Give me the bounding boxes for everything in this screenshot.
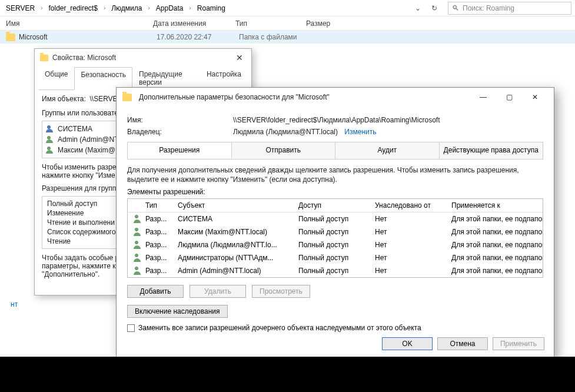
- col-date[interactable]: Дата изменения: [153, 19, 235, 28]
- owner-value: Людмила (Людмила@NTT.local): [233, 128, 338, 136]
- tab-permissions[interactable]: Разрешения: [128, 142, 232, 159]
- permissions-table: Тип Субъект Доступ Унаследовано от Приме…: [127, 198, 543, 278]
- cell-subject: Людмила (Людмила@NTT.lo...: [174, 238, 295, 251]
- cell-type: Разр...: [142, 212, 174, 225]
- folder-icon: [40, 54, 48, 61]
- col-type[interactable]: Тип: [235, 19, 306, 28]
- column-headers: Имя Дата изменения Тип Размер: [0, 16, 575, 31]
- dialog-titlebar[interactable]: Свойства: Microsoft ✕: [35, 49, 251, 67]
- tabs: Разрешения Отправить Аудит Действующие п…: [127, 142, 543, 160]
- user-icon: [46, 136, 54, 143]
- tab-general[interactable]: Общие: [38, 67, 74, 89]
- tab-audit[interactable]: Аудит: [335, 142, 440, 159]
- file-type: Папка с файлами: [239, 33, 310, 41]
- tab-customize[interactable]: Настройка: [200, 67, 248, 89]
- taskbar-area: [0, 357, 575, 392]
- object-name-label: Имя объекта:: [42, 95, 86, 103]
- cell-type: Разр...: [142, 238, 174, 251]
- cell-access: Полный доступ: [295, 238, 371, 251]
- breadcrumb-seg[interactable]: folder_redirect$: [46, 4, 99, 12]
- breadcrumb-seg[interactable]: Roaming: [195, 4, 228, 12]
- cancel-button[interactable]: Отмена: [437, 337, 488, 350]
- table-row[interactable]: Разр...Admin (Admin@NTT.local)Полный дос…: [128, 264, 543, 277]
- nav-link[interactable]: нт: [11, 300, 18, 308]
- dialog-titlebar[interactable]: Дополнительные параметры безопасности дл…: [117, 88, 554, 107]
- tab-share[interactable]: Отправить: [232, 142, 336, 159]
- ok-button[interactable]: OK: [382, 337, 433, 350]
- cell-applies: Для этой папки, ее подпапок ...: [448, 264, 543, 277]
- replace-child-permissions-checkbox[interactable]: Заменить все записи разрешений дочернего…: [127, 324, 543, 332]
- checkbox-icon: [127, 324, 135, 332]
- apply-button[interactable]: Применить: [493, 337, 544, 350]
- breadcrumb-seg[interactable]: AppData: [154, 4, 186, 12]
- name-label: Имя:: [127, 116, 233, 124]
- cell-subject: Администраторы (NTT\Адм...: [174, 251, 295, 264]
- chevron-right-icon: ›: [100, 5, 109, 11]
- cell-access: Полный доступ: [295, 225, 371, 238]
- user-icon: [46, 147, 54, 154]
- help-text: Для получения дополнительных сведений дв…: [127, 165, 543, 184]
- chevron-right-icon: ›: [37, 5, 46, 11]
- cell-type: Разр...: [142, 264, 174, 277]
- cell-subject: Максим (Maxim@NTT.local): [174, 225, 295, 238]
- cell-inherited: Нет: [371, 225, 448, 238]
- file-date: 17.06.2020 22:47: [157, 33, 239, 41]
- col-type[interactable]: Тип: [142, 199, 174, 212]
- tabs: Общие Безопасность Предыдущие версии Нас…: [38, 67, 248, 90]
- file-row[interactable]: Microsoft 17.06.2020 22:47 Папка с файла…: [0, 31, 575, 44]
- table-header: Тип Субъект Доступ Унаследовано от Приме…: [128, 199, 543, 212]
- cell-access: Полный доступ: [295, 251, 371, 264]
- search-input[interactable]: 🔍︎ Поиск: Roaming: [448, 2, 571, 15]
- col-subject[interactable]: Субъект: [174, 199, 295, 212]
- cell-inherited: Нет: [371, 251, 448, 264]
- folder-icon: [122, 94, 132, 101]
- breadcrumb-seg[interactable]: Людмила: [109, 4, 144, 12]
- cell-inherited: Нет: [371, 264, 448, 277]
- close-icon[interactable]: ✕: [232, 53, 247, 62]
- breadcrumb-seg[interactable]: SERVER: [4, 4, 37, 12]
- cell-inherited: Нет: [371, 212, 448, 225]
- permission-entries-label: Элементы разрешений:: [127, 188, 543, 196]
- col-inherited[interactable]: Унаследовано от: [371, 199, 448, 212]
- close-button[interactable]: ✕: [522, 89, 548, 105]
- dialog-title: Свойства: Microsoft: [52, 54, 116, 62]
- name-value: \\SERVER\folder_redirect$\Людмила\AppDat…: [233, 116, 440, 124]
- col-size[interactable]: Размер: [306, 19, 353, 28]
- chevron-right-icon: ›: [144, 5, 153, 11]
- change-owner-link[interactable]: Изменить: [344, 128, 376, 136]
- col-name[interactable]: Имя: [6, 19, 153, 28]
- cell-subject: СИСТЕМА: [174, 212, 295, 225]
- group-icon: [46, 125, 54, 132]
- owner-label: Владелец:: [127, 128, 233, 136]
- tab-effective-access[interactable]: Действующие права доступа: [440, 142, 543, 159]
- minimize-button[interactable]: —: [470, 89, 496, 105]
- search-icon: 🔍︎: [452, 4, 459, 12]
- cell-inherited: Нет: [371, 238, 448, 251]
- tab-previous-versions[interactable]: Предыдущие версии: [132, 67, 200, 89]
- cell-applies: Для этой папки, ее подпапок ...: [448, 212, 543, 225]
- cell-access: Полный доступ: [295, 212, 371, 225]
- file-name: Microsoft: [19, 33, 157, 41]
- cell-access: Полный доступ: [295, 264, 371, 277]
- col-applies[interactable]: Применяется к: [448, 199, 543, 212]
- chevron-down-icon[interactable]: ⌄: [410, 4, 426, 12]
- add-button[interactable]: Добавить: [127, 285, 184, 298]
- table-row[interactable]: Разр...Максим (Maxim@NTT.local)Полный до…: [128, 225, 543, 238]
- view-button[interactable]: Просмотреть: [252, 285, 310, 298]
- cell-applies: Для этой папки, ее подпапок ...: [448, 251, 543, 264]
- folder-icon: [6, 34, 15, 41]
- cell-type: Разр...: [142, 251, 174, 264]
- refresh-icon[interactable]: ↻: [426, 4, 443, 12]
- remove-button[interactable]: Удалить: [190, 285, 246, 298]
- table-row[interactable]: Разр...Администраторы (NTT\Адм...Полный …: [128, 251, 543, 264]
- breadcrumb: SERVER› folder_redirect$› Людмила› AppDa…: [0, 0, 575, 16]
- table-row[interactable]: Разр...СИСТЕМАПолный доступНетДля этой п…: [128, 212, 543, 225]
- col-access[interactable]: Доступ: [295, 199, 371, 212]
- table-row[interactable]: Разр...Людмила (Людмила@NTT.lo...Полный …: [128, 238, 543, 251]
- chevron-right-icon: ›: [186, 5, 195, 11]
- checkbox-label: Заменить все записи разрешений дочернего…: [138, 324, 421, 332]
- enable-inheritance-button[interactable]: Включение наследования: [127, 305, 228, 318]
- advanced-security-dialog: Дополнительные параметры безопасности дл…: [116, 87, 554, 358]
- maximize-button[interactable]: ▢: [496, 89, 522, 105]
- cell-type: Разр...: [142, 225, 174, 238]
